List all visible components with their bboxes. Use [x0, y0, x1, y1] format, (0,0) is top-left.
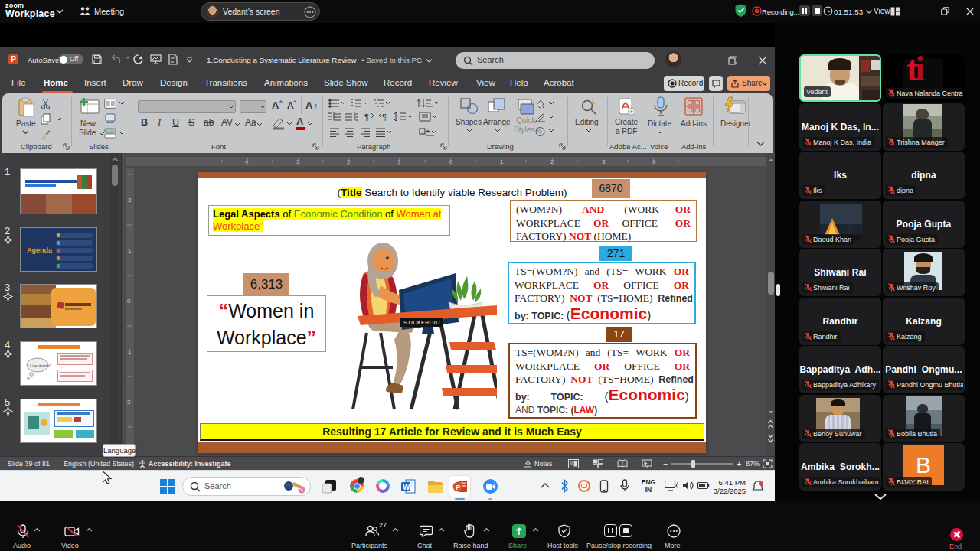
svg-text:¶: ¶	[382, 112, 387, 122]
svg-text:Literature?: Literature?	[30, 364, 51, 368]
svg-text:P: P	[456, 483, 461, 491]
svg-text:W: W	[403, 483, 410, 491]
svg-text:¶: ¶	[364, 112, 369, 122]
svg-text:STICKEROID: STICKEROID	[403, 320, 440, 325]
